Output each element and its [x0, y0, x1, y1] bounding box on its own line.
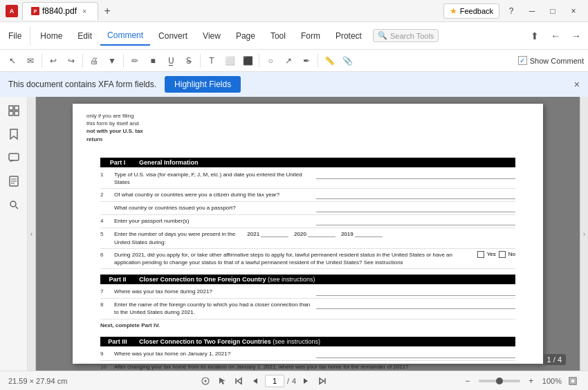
field-2[interactable] — [316, 191, 515, 199]
pointer-tool-btn[interactable] — [199, 374, 212, 388]
arrow-tool-btn[interactable] — [215, 374, 229, 388]
strikethrough-btn[interactable]: S̶ — [181, 53, 197, 69]
thumbnail-panel-btn[interactable] — [3, 100, 25, 122]
xfa-notification-bar: This document contains XFA form fields. … — [0, 72, 588, 97]
yn-6-no-box[interactable] — [499, 251, 506, 258]
menu-comment[interactable]: Comment — [100, 26, 150, 46]
menu-convert[interactable]: Convert — [151, 26, 194, 46]
svg-rect-8 — [9, 154, 19, 160]
highlight-btn[interactable]: ■ — [145, 53, 161, 69]
close-tab-button[interactable]: × — [80, 6, 89, 16]
measure-btn[interactable]: 📏 — [321, 53, 338, 69]
undo-btn[interactable]: ↩ — [45, 53, 62, 69]
zoom-minus-btn[interactable]: − — [461, 374, 475, 388]
yn-6: Yes No — [477, 251, 515, 258]
attachment-panel-btn[interactable] — [3, 170, 25, 192]
field-2019[interactable] — [355, 230, 383, 237]
titlebar-left: A P f8840.pdf × + — [6, 2, 443, 20]
pdf-viewer[interactable]: only if you are filing this form by itse… — [36, 97, 580, 371]
field-3[interactable] — [316, 204, 515, 212]
bookmark-panel-btn[interactable] — [3, 123, 25, 145]
row-2: 2 Of what country or countries were you … — [100, 189, 515, 202]
arrow-btn[interactable]: ↗ — [280, 53, 297, 69]
more-btn[interactable]: ▼ — [104, 53, 120, 69]
show-comment-label: Show Comment — [530, 57, 584, 65]
svg-rect-18 — [571, 379, 575, 383]
page-total: 4 — [292, 377, 296, 385]
menu-edit[interactable]: Edit — [71, 26, 99, 46]
tb2-sep1 — [42, 54, 42, 68]
close-window-button[interactable]: × — [564, 2, 582, 20]
field-2021[interactable] — [261, 230, 288, 237]
zoom-plus-btn[interactable]: + — [524, 374, 538, 388]
forward-button[interactable]: → — [567, 27, 585, 45]
back-button[interactable]: ← — [546, 27, 564, 45]
search-panel-btn[interactable] — [3, 194, 25, 216]
menu-view[interactable]: View — [196, 26, 228, 46]
underline-btn[interactable]: U̲ — [163, 53, 179, 69]
page-number-input[interactable] — [265, 375, 284, 387]
highlight-fields-button[interactable]: Highlight Fields — [165, 76, 241, 93]
show-comment-checkbox[interactable] — [518, 56, 527, 65]
menu-separator — [30, 26, 30, 46]
menu-protect[interactable]: Protect — [329, 26, 369, 46]
fit-page-btn[interactable] — [566, 374, 580, 388]
titlebar: A P f8840.pdf × + ★ Feedback ? ─ □ × — [0, 0, 588, 22]
restore-button[interactable]: □ — [544, 2, 562, 20]
nav-last-icon — [318, 377, 327, 385]
callout-btn[interactable]: ⬜ — [221, 53, 238, 69]
nav-prev-btn[interactable] — [248, 374, 262, 388]
left-collapse-handle[interactable]: ‹ — [28, 97, 36, 371]
document-size-label: 21.59 × 27.94 cm — [8, 377, 67, 385]
menu-tool[interactable]: Tool — [264, 26, 293, 46]
share-button[interactable]: ⬆ — [526, 27, 544, 45]
pencil-btn[interactable]: ✒ — [298, 53, 315, 69]
app-icon: A — [6, 5, 18, 17]
svg-rect-7 — [15, 111, 19, 115]
next-part4-1: Next, complete Part IV. — [100, 319, 515, 331]
field-2020[interactable] — [308, 230, 336, 237]
feedback-star-icon: ★ — [450, 6, 457, 16]
row-10: 10 After changing your tax home from its… — [100, 361, 515, 371]
zoom-controls: − + 100% — [461, 374, 580, 388]
comment-panel-btn[interactable] — [3, 147, 25, 169]
row-5: 5 Enter the number of days you were pres… — [100, 228, 515, 248]
right-collapse-handle[interactable]: › — [580, 97, 588, 371]
menu-home[interactable]: Home — [33, 26, 69, 46]
field-7[interactable] — [316, 288, 515, 296]
menu-page[interactable]: Page — [229, 26, 262, 46]
svg-point-16 — [204, 380, 206, 382]
help-button[interactable]: ? — [502, 2, 520, 20]
field-4[interactable] — [316, 217, 515, 225]
select-btn[interactable]: ↖ — [4, 53, 21, 69]
menubar-right: ⬆ ← → — [526, 27, 585, 45]
search-tools[interactable]: 🔍 Search Tools — [373, 29, 439, 42]
text-box-btn[interactable]: T — [203, 53, 220, 69]
new-tab-button[interactable]: + — [98, 2, 116, 20]
print-btn[interactable]: 🖨 — [86, 53, 102, 69]
shape-btn[interactable]: ○ — [262, 53, 279, 69]
field-1[interactable] — [316, 171, 515, 179]
svg-text:P: P — [34, 9, 37, 14]
field-9[interactable] — [316, 350, 515, 358]
nav-next-btn[interactable] — [299, 374, 313, 388]
pdf-tab[interactable]: P f8840.pdf × — [22, 2, 98, 20]
zoom-track[interactable] — [479, 380, 520, 382]
stamp-btn[interactable]: ⬛ — [239, 53, 256, 69]
feedback-button[interactable]: ★ Feedback — [443, 3, 499, 19]
field-8[interactable] — [316, 301, 515, 309]
arrow-cursor-icon — [217, 376, 227, 386]
nav-first-btn[interactable] — [232, 374, 246, 388]
nav-last-btn[interactable] — [315, 374, 329, 388]
comment-icon — [8, 153, 19, 162]
yn-6-yes-box[interactable] — [477, 251, 484, 258]
hand-btn[interactable]: ✉ — [22, 53, 39, 69]
redo-btn[interactable]: ↪ — [63, 53, 80, 69]
menu-file[interactable]: File — [3, 28, 27, 44]
menu-form[interactable]: Form — [294, 26, 327, 46]
xfa-close-button[interactable]: × — [574, 79, 580, 90]
row-6: 6 During 2021, did you apply for, or tak… — [100, 249, 515, 269]
sticky-note-btn[interactable]: ✏ — [127, 53, 143, 69]
attach-btn[interactable]: 📎 — [339, 53, 356, 69]
minimize-button[interactable]: ─ — [523, 2, 541, 20]
